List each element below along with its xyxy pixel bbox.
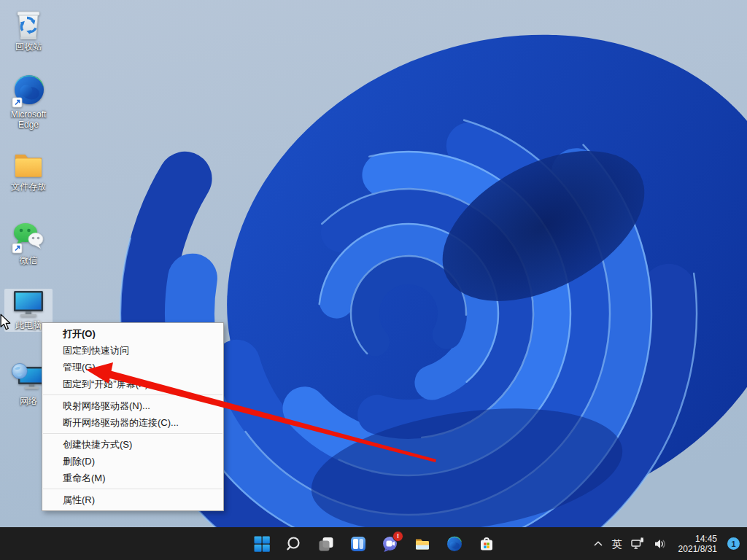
ime-indicator[interactable]: 英 xyxy=(612,539,622,549)
menu-item-rename[interactable]: 重命名(M) xyxy=(42,470,223,486)
desktop-icon-label: 此电脑 xyxy=(15,320,42,330)
desktop-icon-wechat[interactable]: 微信 xyxy=(4,218,53,267)
file-explorer-button[interactable] xyxy=(408,529,437,559)
menu-item-open[interactable]: 打开(O) xyxy=(42,325,223,342)
search-icon xyxy=(285,535,303,553)
desktop-icon-microsoft-edge[interactable]: Microsoft Edge xyxy=(4,72,53,131)
windows-desktop: 回收站 Microsoft Edge 文件存放 xyxy=(0,0,747,560)
clock[interactable]: 14:45 2021/8/31 xyxy=(678,534,717,554)
widgets-icon xyxy=(349,535,367,553)
menu-separator xyxy=(43,433,222,434)
clock-date: 2021/8/31 xyxy=(678,544,717,554)
edge-icon xyxy=(11,74,46,109)
desktop-icon-label: 网络 xyxy=(20,396,37,406)
taskbar-center-icons: ! xyxy=(247,527,501,560)
menu-separator xyxy=(43,489,222,489)
menu-item-manage[interactable]: 管理(G) xyxy=(42,359,223,376)
search-button[interactable] xyxy=(279,529,309,559)
volume-button[interactable] xyxy=(654,538,667,550)
windows-start-icon xyxy=(253,535,271,553)
menu-item-pin-quick-access[interactable]: 固定到快速访问 xyxy=(42,342,223,359)
ethernet-network-icon xyxy=(631,537,645,550)
notification-count-badge[interactable]: 1 xyxy=(727,537,740,550)
microsoft-store-button[interactable] xyxy=(472,529,501,559)
desktop-icon-recycle-bin[interactable]: 回收站 xyxy=(4,6,53,53)
teams-chat-button[interactable]: ! xyxy=(376,529,405,559)
menu-item-delete[interactable]: 删除(D) xyxy=(42,453,223,470)
speaker-volume-icon xyxy=(654,538,667,550)
hidden-icons-button[interactable] xyxy=(593,540,603,547)
menu-item-pin-to-start[interactable]: 固定到“开始”屏幕(P) xyxy=(42,376,223,392)
menu-item-properties[interactable]: 属性(R) xyxy=(42,491,223,508)
microsoft-store-icon xyxy=(478,535,495,553)
teams-notification-badge: ! xyxy=(392,531,403,542)
widgets-button[interactable] xyxy=(344,529,373,559)
context-menu: 打开(O) 固定到快速访问 管理(G) 固定到“开始”屏幕(P) 映射网络驱动器… xyxy=(42,322,224,511)
recycle-bin-icon xyxy=(11,7,46,41)
desktop-icon-label: 回收站 xyxy=(15,42,42,52)
clock-time: 14:45 xyxy=(695,534,717,544)
desktop-icon-file-folder[interactable]: 文件存放 xyxy=(4,147,53,193)
menu-item-disconnect-network-drive[interactable]: 断开网络驱动器的连接(C)... xyxy=(42,414,223,431)
task-view-button[interactable] xyxy=(311,529,341,559)
wechat-icon xyxy=(11,219,46,254)
file-explorer-icon xyxy=(414,535,431,553)
menu-item-create-shortcut[interactable]: 创建快捷方式(S) xyxy=(42,436,223,453)
this-pc-icon xyxy=(11,290,46,319)
menu-item-map-network-drive[interactable]: 映射网络驱动器(N)... xyxy=(42,397,223,414)
taskbar: ! xyxy=(0,527,747,560)
desktop-icon-label: 文件存放 xyxy=(11,182,46,192)
start-button[interactable] xyxy=(247,529,276,559)
task-view-icon xyxy=(317,535,335,553)
network-tray-button[interactable] xyxy=(631,537,645,550)
desktop-icon-label: 微信 xyxy=(20,255,37,265)
system-tray: 英 14:45 2021/8/31 1 xyxy=(593,527,747,560)
desktop-icon-label: Microsoft Edge xyxy=(4,109,53,130)
menu-separator xyxy=(43,394,222,395)
network-icon xyxy=(11,362,46,395)
edge-icon xyxy=(446,535,463,553)
edge-button[interactable] xyxy=(440,529,469,559)
folder-icon xyxy=(11,149,46,181)
chevron-up-icon xyxy=(593,540,603,547)
